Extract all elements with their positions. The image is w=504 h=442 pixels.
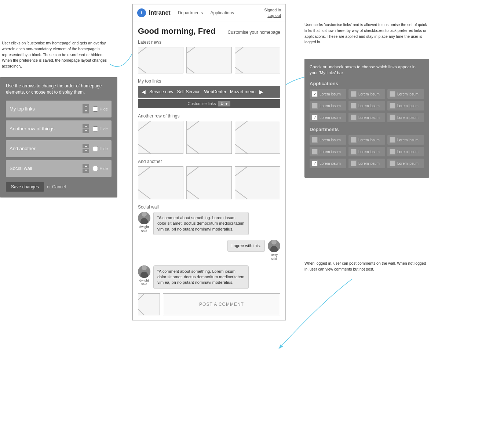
rp-item: Lorem ipsum bbox=[310, 89, 346, 99]
rp-checkbox[interactable] bbox=[351, 160, 357, 166]
another-row-grid bbox=[138, 121, 280, 154]
section-label-another-row: Another row of things bbox=[138, 113, 280, 119]
rp-item-label: Lorem ipsum bbox=[358, 104, 380, 108]
avatar-label-dwight2: dwightsaid bbox=[139, 279, 149, 287]
customise-links-row: Customise links ⚙ ▼ bbox=[138, 99, 280, 108]
avatar-head bbox=[142, 212, 147, 217]
sort-arrows[interactable]: ▲ ▼ bbox=[83, 124, 89, 134]
customise-links-label: Customise links bbox=[188, 101, 216, 106]
top-link-webcenter[interactable]: WebCenter bbox=[204, 89, 226, 94]
dropdown-icon: ▼ bbox=[225, 102, 229, 106]
intranet-frame: i Intranet Departments Applications Sign… bbox=[132, 4, 286, 320]
rp-checkbox[interactable] bbox=[351, 115, 357, 120]
sort-arrows[interactable]: ▲ ▼ bbox=[83, 164, 89, 173]
rp-checkbox[interactable] bbox=[390, 115, 395, 120]
panel-row-my-top-links: My top links ▲ ▼ Hide bbox=[6, 101, 112, 117]
post-comment-input[interactable]: POST A COMMENT bbox=[163, 293, 280, 315]
rp-checkbox[interactable] bbox=[312, 137, 318, 143]
avatar-terry bbox=[268, 240, 280, 252]
prev-link-button[interactable]: ◀ bbox=[142, 89, 146, 95]
rp-item: Lorem ipsum bbox=[387, 101, 424, 110]
signout-link[interactable]: Log out bbox=[264, 13, 281, 18]
annotation-left: User clicks on 'customise my homepage' a… bbox=[2, 40, 112, 69]
sort-arrows[interactable]: ▲ ▼ bbox=[83, 144, 89, 153]
wireframe-box bbox=[235, 47, 280, 73]
rp-item: Lorem ipsum bbox=[348, 101, 385, 110]
top-link-mozart[interactable]: Mozart menu bbox=[230, 89, 256, 94]
arrow-up[interactable]: ▲ bbox=[83, 124, 89, 128]
customise-homepage-link[interactable]: Customise your homepage bbox=[228, 30, 280, 35]
arrow-up[interactable]: ▲ bbox=[83, 164, 89, 168]
rp-item-label: Lorem ipsum bbox=[319, 104, 341, 108]
annotation-right-top: User clicks 'customise links' and is all… bbox=[304, 22, 429, 45]
panel-row-label: Social wall bbox=[10, 166, 83, 171]
arrow-up[interactable]: ▲ bbox=[83, 144, 89, 148]
top-link-self-service[interactable]: Self Service bbox=[177, 89, 200, 94]
rp-checkbox[interactable] bbox=[312, 103, 318, 109]
arrow-down[interactable]: ▼ bbox=[83, 169, 89, 173]
rp-departments-grid: Lorem ipsum Lorem ipsum Lorem ipsum Lore… bbox=[310, 135, 424, 168]
rp-checkbox[interactable] bbox=[312, 115, 318, 120]
section-label-social-wall: Social wall bbox=[138, 204, 280, 210]
arrow-down[interactable]: ▼ bbox=[83, 109, 89, 113]
rp-checkbox[interactable] bbox=[390, 103, 395, 109]
wireframe-box bbox=[138, 47, 183, 73]
arrow-up[interactable]: ▲ bbox=[83, 104, 89, 109]
arrow-down[interactable]: ▼ bbox=[83, 149, 89, 153]
wireframe-box bbox=[186, 166, 232, 199]
cancel-link[interactable]: or Cancel bbox=[47, 184, 66, 189]
rp-checkbox[interactable] bbox=[351, 137, 357, 143]
hide-checkbox-label[interactable]: Hide bbox=[93, 126, 108, 131]
rp-checkbox[interactable] bbox=[390, 137, 395, 143]
top-link-service-now[interactable]: Service now bbox=[149, 89, 173, 94]
sort-arrows[interactable]: ▲ ▼ bbox=[83, 104, 89, 114]
rp-checkbox[interactable] bbox=[312, 160, 318, 166]
rp-checkbox[interactable] bbox=[312, 149, 318, 155]
rp-item: Lorem ipsum bbox=[387, 113, 424, 122]
wireframe-box bbox=[186, 121, 232, 154]
hide-checkbox-label[interactable]: Hide bbox=[93, 166, 108, 171]
rp-item-label: Lorem ipsum bbox=[397, 92, 419, 96]
hide-checkbox[interactable] bbox=[93, 106, 98, 112]
rp-item-label: Lorem ipsum bbox=[358, 138, 380, 142]
comment-bubble: "A comment about something. Lorem ipsum … bbox=[153, 212, 249, 235]
intranet-title: Intranet bbox=[149, 10, 171, 16]
rp-checkbox[interactable] bbox=[390, 149, 395, 155]
rp-item-label: Lorem ipsum bbox=[358, 150, 380, 154]
hide-label: Hide bbox=[99, 107, 108, 111]
rp-item-label: Lorem ipsum bbox=[397, 162, 419, 166]
hide-checkbox-label[interactable]: Hide bbox=[93, 106, 108, 112]
rp-checkbox[interactable] bbox=[390, 160, 395, 166]
avatar-wrapper: dwightsaid bbox=[138, 212, 150, 233]
rp-item-label: Lorem ipsum bbox=[397, 116, 419, 120]
rp-checkbox[interactable] bbox=[351, 91, 357, 97]
section-label-and-another: And another bbox=[138, 159, 280, 164]
hide-checkbox[interactable] bbox=[93, 126, 98, 131]
rp-item: Lorem ipsum bbox=[387, 89, 424, 99]
rp-checkbox[interactable] bbox=[390, 91, 395, 97]
rp-item: Lorem ipsum bbox=[387, 159, 424, 168]
hide-checkbox-label[interactable]: Hide bbox=[93, 146, 108, 151]
wireframe-box bbox=[235, 166, 280, 199]
nav-departments[interactable]: Departments bbox=[178, 10, 203, 15]
section-label-latest-news: Latest news bbox=[138, 40, 280, 45]
nav-applications[interactable]: Applications bbox=[210, 10, 234, 15]
rp-checkbox[interactable] bbox=[312, 91, 318, 97]
arrow-down[interactable]: ▼ bbox=[83, 129, 89, 133]
save-changes-button[interactable]: Save changes bbox=[6, 182, 44, 192]
comment-block-terry: Terrysaid I agree with this. bbox=[138, 240, 280, 261]
wireframe-box bbox=[235, 121, 280, 154]
social-wall-section: Social wall dwightsaid "A comment about … bbox=[138, 204, 280, 315]
rp-checkbox[interactable] bbox=[351, 149, 357, 155]
intranet-header: i Intranet Departments Applications Sign… bbox=[133, 4, 285, 22]
homepage-customise-panel: Use the arrows to change the order of ho… bbox=[0, 77, 117, 198]
hide-label: Hide bbox=[99, 127, 108, 131]
comment-block-dwight-2: dwightsaid "A comment about something. L… bbox=[138, 265, 280, 289]
hide-checkbox[interactable] bbox=[93, 146, 98, 151]
signin-info: Signed in Log out bbox=[264, 7, 281, 19]
rp-checkbox[interactable] bbox=[351, 103, 357, 109]
hide-checkbox[interactable] bbox=[93, 166, 98, 171]
next-link-button[interactable]: ▶ bbox=[259, 89, 263, 95]
customise-links-button[interactable]: ⚙ ▼ bbox=[218, 101, 231, 106]
rp-item-label: Lorem ipsum bbox=[319, 92, 341, 96]
